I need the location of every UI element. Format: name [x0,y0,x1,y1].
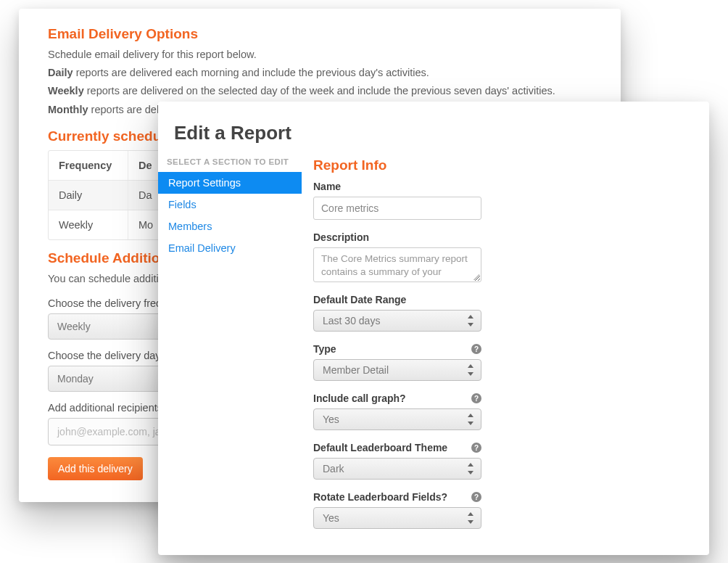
sidebar-header: SELECT A SECTION TO EDIT [158,157,302,172]
select-call-graph[interactable]: Yes [313,408,481,430]
sidebar-item-email-delivery[interactable]: Email Delivery [158,237,302,259]
label-name: Name [313,181,481,192]
chevron-updown-icon [466,314,476,327]
label-type: Type? [313,343,481,355]
section-title-options: Email Delivery Options [48,26,592,42]
label-call-graph: Include call graph?? [313,393,481,404]
chevron-updown-icon [466,462,476,475]
th-frequency: Frequency [49,151,128,180]
description-textarea[interactable]: The Core Metrics summary report contains… [313,247,481,282]
select-date-range[interactable]: Last 30 days [313,310,481,332]
form-area: Report Info Name Description The Core Me… [302,157,687,529]
intro-text: Schedule email delivery for this report … [48,46,592,63]
label-rotate-fields: Rotate Leaderboard Fields?? [313,491,481,503]
label-leaderboard-theme: Default Leaderboard Theme? [313,442,481,453]
section-title-report-info: Report Info [313,157,680,173]
modal-sidebar: SELECT A SECTION TO EDIT Report Settings… [158,157,302,529]
chevron-updown-icon [466,511,476,525]
select-leaderboard-theme[interactable]: Dark [313,458,481,480]
help-icon[interactable]: ? [471,344,481,354]
weekly-text: Weekly reports are delivered on the sele… [48,83,592,99]
name-input[interactable] [313,197,481,220]
sidebar-item-report-settings[interactable]: Report Settings [158,172,302,194]
help-icon[interactable]: ? [471,393,481,403]
add-delivery-button[interactable]: Add this delivery [48,457,143,480]
label-description: Description [313,231,481,243]
modal-title: Edit a Report [174,122,687,144]
help-icon[interactable]: ? [471,492,481,502]
select-type[interactable]: Member Detail [313,359,481,381]
sidebar-item-members[interactable]: Members [158,215,302,237]
select-rotate-fields[interactable]: Yes [313,507,481,529]
label-date-range: Default Date Range [313,294,481,305]
chevron-updown-icon [466,363,476,377]
daily-text: Daily reports are delivered each morning… [48,65,592,81]
sidebar-item-fields[interactable]: Fields [158,194,302,215]
edit-report-modal: Edit a Report SELECT A SECTION TO EDIT R… [158,102,709,555]
chevron-updown-icon [466,413,476,426]
help-icon[interactable]: ? [471,443,481,453]
